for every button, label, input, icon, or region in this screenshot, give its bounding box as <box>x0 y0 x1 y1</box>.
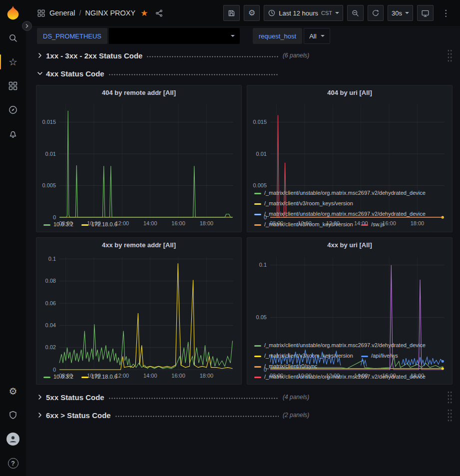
legend-item[interactable]: 10.0.3.2 <box>43 372 73 382</box>
svg-text:0.015: 0.015 <box>42 119 56 125</box>
chevron-right-icon <box>36 411 44 419</box>
dashboard-settings-button[interactable]: ⚙ <box>244 5 260 21</box>
variable-value-request-host[interactable]: All <box>304 28 330 44</box>
chevron-right-icon <box>36 393 44 401</box>
star-outline-icon: ☆ <box>8 57 17 67</box>
legend-item[interactable]: /sw.js <box>361 219 385 229</box>
breadcrumb-dashboard[interactable]: NGINX PROXY <box>85 9 135 17</box>
time-range-picker[interactable]: Last 12 hours CST <box>264 5 343 21</box>
row-title: 4xx Status Code <box>46 69 104 78</box>
legend-item[interactable]: /_matrix/client/unstable/org.matrix.msc2… <box>254 372 426 382</box>
sidebar-bottom-nav: ⚙ ? <box>0 379 26 476</box>
chevron-down-icon <box>36 69 44 77</box>
zoom-out-icon <box>351 9 360 17</box>
gear-icon: ⚙ <box>8 387 17 396</box>
legend-item[interactable]: /_matrix/client/unstable/org.matrix.msc2… <box>254 209 426 219</box>
dashboard-variables: DS_PROMETHEUS request_host All <box>26 26 460 46</box>
panel-title[interactable]: 404 by remote addr [All] <box>36 85 241 99</box>
avatar <box>6 433 19 446</box>
variable-label-request-host: request_host <box>253 28 302 44</box>
row-4xx[interactable]: 4xx Status Code <box>36 66 453 81</box>
time-series-chart[interactable]: 00.020.040.060.080.108:0010:0012:0014:00… <box>36 252 241 372</box>
legend-item[interactable]: 172.18.0.6 <box>81 372 117 382</box>
zoom-out-button[interactable] <box>347 5 364 21</box>
time-series-chart[interactable]: 00.050.108:0010:0012:0014:0016:0018:00 <box>247 252 452 340</box>
legend-item[interactable]: /_matrix/client/v3/room_keys/version <box>254 219 353 229</box>
panel-404-by-remote-addr: 404 by remote addr [All] 00.0050.010.015… <box>36 85 242 232</box>
cycle-view-button[interactable] <box>417 5 434 21</box>
row-title: 6xx > Status Code <box>46 411 111 420</box>
sidebar-top-nav: ☆ <box>0 26 26 146</box>
sidebar-item-alerting[interactable] <box>0 122 26 146</box>
breadcrumb-separator: / <box>79 9 81 17</box>
legend-item[interactable]: /_matrix/client/unstable/org.matrix.msc2… <box>254 188 426 198</box>
sidebar-item-dashboards[interactable] <box>0 74 26 98</box>
panel-legend: /_matrix/client/unstable/org.matrix.msc2… <box>247 188 452 232</box>
help-question-icon: ? <box>8 458 18 469</box>
shield-icon <box>8 410 18 420</box>
kebab-icon: ⋮ <box>442 9 450 17</box>
svg-text:0.01: 0.01 <box>256 151 267 157</box>
chevron-right-icon <box>36 51 44 59</box>
search-icon <box>8 33 18 43</box>
panel-count: (4 panels) <box>283 394 309 401</box>
legend-item[interactable]: 10.0.3.2 <box>43 219 73 229</box>
sidebar-item-search[interactable] <box>0 26 26 50</box>
refresh-interval-picker[interactable]: 30s <box>388 5 413 21</box>
svg-text:0.06: 0.06 <box>45 300 56 306</box>
panel-legend: 10.0.3.2172.18.0.6 <box>36 372 241 384</box>
time-series-chart[interactable]: 00.0050.010.01508:0010:0012:0014:0016:00… <box>247 99 452 188</box>
clock-icon <box>268 9 276 17</box>
breadcrumb-folder[interactable]: General <box>49 9 75 17</box>
sidebar-item-starred[interactable]: ☆ <box>0 50 26 74</box>
panel-title[interactable]: 4xx by uri [All] <box>247 238 452 252</box>
grafana-logo[interactable] <box>0 0 26 26</box>
svg-text:0.08: 0.08 <box>45 278 56 284</box>
chevron-right-icon <box>24 23 30 29</box>
chevron-down-icon <box>335 12 339 14</box>
svg-text:0.005: 0.005 <box>42 182 56 188</box>
dotted-leader <box>108 69 279 77</box>
more-options-button[interactable]: ⋮ <box>438 5 454 21</box>
dotted-leader <box>146 51 279 59</box>
panel-count: (2 panels) <box>283 412 309 419</box>
row-5xx[interactable]: 5xx Status Code (4 panels) <box>36 390 453 405</box>
row-1xx-3xx-2xx[interactable]: 1xx - 3xx - 2xx Status Code (6 panels) <box>36 48 453 63</box>
panel-title[interactable]: 4xx by remote addr [All] <box>36 238 241 252</box>
dotted-leader <box>115 411 279 419</box>
legend-item[interactable]: /_matrix/client/v3/room_keys/version <box>254 351 353 361</box>
panel-4xx-by-uri: 4xx by uri [All] 00.050.108:0010:0012:00… <box>247 237 453 385</box>
sidebar-expand-button[interactable] <box>22 21 32 31</box>
sidebar: ☆ ⚙ ? <box>0 0 26 476</box>
legend-item[interactable]: /api/live/ws <box>361 351 398 361</box>
row-drag-handle[interactable] <box>447 391 453 404</box>
share-icon[interactable] <box>155 9 163 17</box>
row-drag-handle[interactable] <box>447 49 453 62</box>
top-navbar: General / NGINX PROXY ★ ⚙ Last 12 hours … <box>26 0 460 26</box>
legend-item[interactable]: /_matrix/client/v3/room_keys/version <box>254 198 353 208</box>
sidebar-item-security[interactable] <box>0 403 26 427</box>
row-title: 5xx Status Code <box>46 393 104 402</box>
favorite-star-icon[interactable]: ★ <box>140 9 148 17</box>
panel-legend: /_matrix/client/unstable/org.matrix.msc2… <box>247 340 452 384</box>
svg-text:0.015: 0.015 <box>253 119 267 125</box>
svg-text:0.01: 0.01 <box>45 151 56 157</box>
legend-item[interactable]: /_matrix/client/r0/sync <box>254 361 317 371</box>
time-series-chart[interactable]: 00.0050.010.01508:0010:0012:0014:0016:00… <box>36 99 241 219</box>
row-drag-handle[interactable] <box>447 409 453 422</box>
variable-value-ds[interactable] <box>109 28 240 44</box>
sidebar-item-profile[interactable] <box>0 427 26 451</box>
svg-text:0.05: 0.05 <box>256 314 267 320</box>
panel-title[interactable]: 404 by uri [All] <box>247 85 452 99</box>
sidebar-item-explore[interactable] <box>0 98 26 122</box>
legend-item[interactable]: /_matrix/client/unstable/org.matrix.msc2… <box>254 340 426 350</box>
save-dashboard-button[interactable] <box>223 5 240 21</box>
refresh-button[interactable] <box>368 5 384 21</box>
legend-item[interactable]: 172.18.0.6 <box>81 219 117 229</box>
row-6xx[interactable]: 6xx > Status Code (2 panels) <box>36 408 453 423</box>
row-title: 1xx - 3xx - 2xx Status Code <box>46 51 142 60</box>
refresh-interval-label: 30s <box>392 9 402 17</box>
panel-4xx-by-remote-addr: 4xx by remote addr [All] 00.020.040.060.… <box>36 237 242 385</box>
sidebar-item-help[interactable]: ? <box>0 451 26 475</box>
sidebar-item-server-admin[interactable]: ⚙ <box>0 379 26 403</box>
